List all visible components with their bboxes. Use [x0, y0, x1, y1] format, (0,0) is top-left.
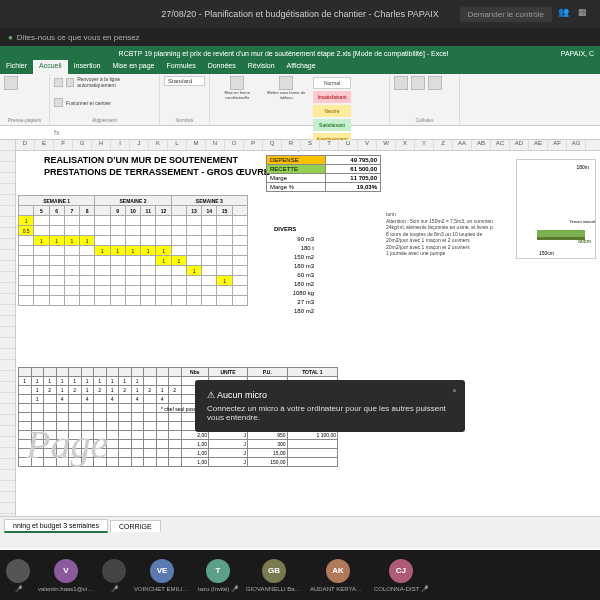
participant[interactable]: GBGIOVANNELLI Bastien (Invité) 🎤: [246, 559, 302, 592]
align-center-icon[interactable]: [66, 78, 75, 87]
avatar: VE: [150, 559, 174, 583]
participant-name: GIOVANNELLI Bastien (Invité) 🎤: [246, 585, 302, 592]
participant-name: COLONNA-DIST 🎤: [374, 585, 428, 592]
alignment-label: Alignement: [54, 117, 155, 123]
sheet-tab-1[interactable]: nning et budget 3 semaines: [4, 519, 108, 533]
tab-formules[interactable]: Formules: [160, 60, 201, 74]
merge-button[interactable]: Fusionner et centrer: [66, 100, 111, 106]
chart-label-80: 80cm: [578, 238, 591, 244]
chart-label-150: 150cm: [539, 250, 554, 256]
cond-format-icon[interactable]: [230, 76, 244, 90]
no-mic-toast: × ⚠ Aucun micro Connectez un micro à vot…: [195, 380, 465, 432]
tab-accueil[interactable]: Accueil: [33, 60, 68, 74]
participant[interactable]: VEVOINCHET EMILIE (Invité) 🎤: [134, 559, 190, 592]
people-icon[interactable]: 👥: [558, 7, 572, 21]
excel-window: RCBTP 19 planning et prix de revient d'u…: [0, 46, 600, 550]
sheet-title-2: PRESTATIONS DE TERRASSEMENT - GROS ŒUVRE: [44, 167, 270, 177]
grid-icon[interactable]: ▦: [578, 7, 592, 21]
participant-name: VOINCHET EMILIE (Invité) 🎤: [134, 585, 190, 592]
chart-diagram[interactable]: 180m Terrain naturel 80cm 150cm: [516, 159, 596, 259]
gantt-chart[interactable]: SEMAINE 1SEMAINE 2SEMAINE 3 5678 9101112…: [18, 195, 248, 306]
avatar: GB: [262, 559, 286, 583]
tab-fichier[interactable]: Fichier: [0, 60, 33, 74]
notes-text: tonnAttention : 5cm sur 150m2 = 7,5m3, o…: [386, 211, 526, 257]
delete-cell-icon[interactable]: [411, 76, 425, 90]
align-left-icon[interactable]: [54, 78, 63, 87]
align-icon[interactable]: [54, 98, 63, 107]
participants-bar: 🎤Vvalentin.haas1@viacesi.fr 🎤 🎤VEVOINCHE…: [0, 550, 600, 600]
avatar: T: [206, 559, 230, 583]
excel-doc-title: RCBTP 19 planning et prix de revient d'u…: [119, 50, 449, 57]
participant[interactable]: CJCOLONNA-DIST 🎤: [374, 559, 428, 592]
status-bar: [0, 534, 600, 548]
ribbon: Presse-papiers Renvoyer à la ligne autom…: [0, 74, 600, 126]
number-label: Nombre: [164, 117, 205, 123]
toast-close-button[interactable]: ×: [452, 386, 457, 395]
teams-info-text[interactable]: Dites-nous ce que vous en pensez: [17, 33, 140, 42]
style-normal[interactable]: Normal: [313, 77, 351, 89]
format-table-icon[interactable]: [279, 76, 293, 90]
participant-name: tazo (Invité) 🎤: [198, 585, 238, 592]
avatar: AK: [326, 559, 350, 583]
format-cell-icon[interactable]: [428, 76, 442, 90]
participant-name: AUDANT KERYAN 🎤: [310, 585, 366, 592]
teams-title-bar: 27/08/20 - Planification et budgétisatio…: [0, 0, 600, 28]
ribbon-tabs: Fichier Accueil Insertion Mise en page F…: [0, 60, 600, 74]
participant-name: 🎤: [15, 585, 22, 592]
divers-title: DIVERS: [274, 226, 314, 232]
cells-label: Cellules: [394, 117, 455, 123]
insert-cell-icon[interactable]: [394, 76, 408, 90]
avatar: V: [54, 559, 78, 583]
avatar: [102, 559, 126, 583]
participant[interactable]: Vvalentin.haas1@viacesi.fr 🎤: [38, 559, 94, 592]
participant-name: 🎤: [111, 585, 118, 592]
summary-table[interactable]: DEPENSE49 795,00RECETTE61 500,00Marge11 …: [266, 155, 381, 192]
tab-revision[interactable]: Révision: [242, 60, 281, 74]
sheet-tab-2[interactable]: CORRIGE: [110, 520, 161, 532]
style-neutral[interactable]: Neutre: [313, 105, 351, 117]
paste-icon[interactable]: [4, 76, 18, 90]
request-control-button[interactable]: Demander le contrôle: [460, 7, 552, 22]
excel-user: PAPAIX, C: [561, 50, 594, 57]
style-bad[interactable]: Insatisfaisant: [313, 91, 351, 103]
excel-title-bar: RCBTP 19 planning et prix de revient d'u…: [0, 46, 600, 60]
toast-title: ⚠ Aucun micro: [207, 390, 453, 400]
status-dot-icon: ●: [8, 33, 13, 42]
number-format[interactable]: Standard: [168, 78, 192, 84]
participant-name: valentin.haas1@viacesi.fr 🎤: [38, 585, 94, 592]
toast-body: Connectez un micro à votre ordinateur po…: [207, 404, 453, 422]
avatar: CJ: [389, 559, 413, 583]
tab-mise-en-page[interactable]: Mise en page: [106, 60, 160, 74]
meeting-title: 27/08/20 - Planification et budgétisatio…: [161, 9, 438, 19]
format-table-label: Mettre sous forme de tableau: [262, 90, 310, 100]
row-headers: [0, 140, 16, 516]
divers-list: DIVERS 90 m3180 t150 m2180 m360 m3180 m2…: [274, 226, 314, 317]
cond-format-label: Mise en forme conditionnelle: [214, 90, 260, 100]
column-headers: DEFGHIJKLMNOPQRSTUVWXYZAAABACADAEAFAG: [16, 140, 600, 151]
wrap-text-button[interactable]: Renvoyer à la ligne automatiquement: [77, 76, 155, 88]
participant[interactable]: Ttazo (Invité) 🎤: [198, 559, 238, 592]
tab-insertion[interactable]: Insertion: [68, 60, 107, 74]
participant[interactable]: 🎤: [102, 559, 126, 592]
sheet-title-1: REALISATION D'UN MUR DE SOUTENEMENT: [44, 155, 238, 165]
worksheet[interactable]: DEFGHIJKLMNOPQRSTUVWXYZAAABACADAEAFAG RE…: [0, 140, 600, 516]
participant[interactable]: AKAUDANT KERYAN 🎤: [310, 559, 366, 592]
sheet-tabs: nning et budget 3 semaines CORRIGE: [0, 516, 600, 534]
teams-info-bar: ● Dites-nous ce que vous en pensez: [0, 28, 600, 46]
chart-label-180: 180m: [576, 164, 589, 170]
tab-donnees[interactable]: Données: [202, 60, 242, 74]
clipboard-label: Presse-papiers: [4, 117, 45, 123]
participant[interactable]: 🎤: [6, 559, 30, 592]
tab-affichage[interactable]: Affichage: [281, 60, 322, 74]
style-good[interactable]: Satisfaisant: [313, 119, 351, 131]
chart-label-terrain: Terrain naturel: [569, 219, 595, 224]
avatar: [6, 559, 30, 583]
